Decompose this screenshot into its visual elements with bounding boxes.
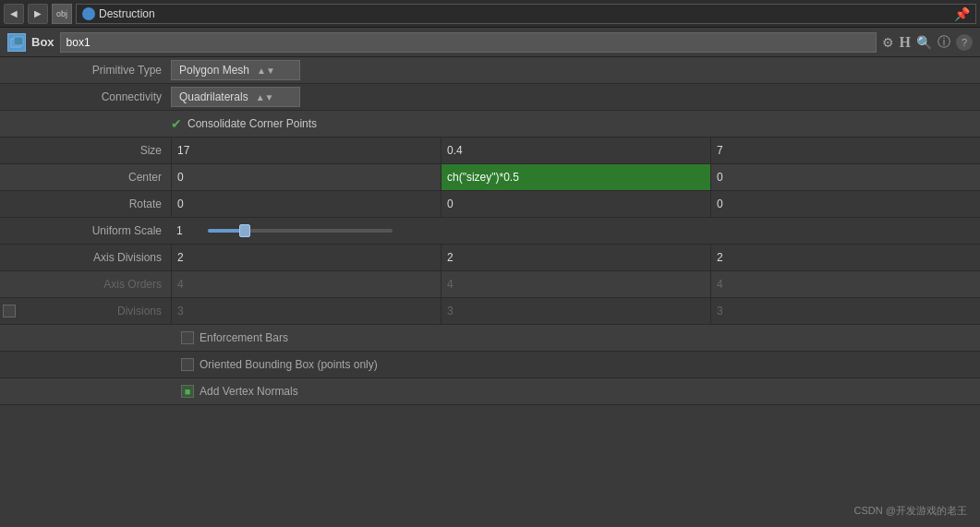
center-x-value: 0 [177, 171, 184, 184]
size-values: 17 0.4 7 [171, 138, 980, 163]
axis-orders-row: Axis Orders 4 4 4 [0, 271, 980, 298]
connectivity-value: Quadrilaterals [179, 90, 248, 103]
consolidate-row: ✔ Consolidate Corner Points [0, 111, 980, 138]
path-node: Destruction [82, 7, 155, 20]
add-vertex-normals-row: ■ Add Vertex Normals [0, 378, 980, 405]
primitive-type-label: Primitive Type [0, 64, 171, 77]
slider-thumb[interactable] [239, 224, 250, 237]
consolidate-checkmark[interactable]: ✔ [171, 116, 182, 131]
axis-ord-x-cell[interactable]: 4 [171, 271, 441, 297]
divisions-checkbox[interactable] [3, 305, 16, 317]
axis-divisions-label: Axis Divisions [0, 245, 171, 270]
div-z-cell[interactable]: 3 [710, 298, 980, 324]
rotate-label: Rotate [0, 191, 171, 217]
rotate-y-value: 0 [447, 198, 454, 210]
axis-div-y-cell[interactable]: 2 [441, 245, 710, 270]
forward-button[interactable]: ▶ [28, 4, 48, 24]
divisions-label: Divisions [18, 298, 171, 324]
size-x-cell[interactable]: 17 [171, 138, 441, 163]
oriented-bounding-box-row: Oriented Bounding Box (points only) [0, 352, 980, 378]
watermark: CSDN @开发游戏的老王 [854, 504, 967, 518]
axis-ord-z-cell[interactable]: 4 [710, 271, 980, 297]
center-values: 0 ch("sizey")*0.5 0 [171, 164, 980, 190]
vertex-normals-checkbox[interactable]: ■ [181, 385, 194, 398]
rotate-x-cell[interactable]: 0 [171, 191, 441, 217]
connectivity-dropdown[interactable]: Quadrilaterals ▲▼ [171, 87, 300, 107]
oriented-bb-checkbox[interactable] [181, 358, 194, 371]
axis-orders-values: 4 4 4 [171, 271, 980, 297]
gear-icon[interactable]: ⚙ [882, 35, 894, 50]
axis-div-y-value: 2 [447, 251, 454, 264]
size-z-cell[interactable]: 7 [710, 138, 980, 163]
primitive-type-dropdown[interactable]: Polygon Mesh ▲▼ [171, 60, 300, 80]
rotate-x-value: 0 [177, 198, 184, 210]
svg-rect-1 [14, 37, 23, 45]
size-label: Size [0, 138, 171, 163]
oriented-bb-label: Oriented Bounding Box (points only) [200, 358, 378, 371]
divisions-left-check-area [0, 305, 18, 317]
header-row: Box ⚙ H 🔍 ⓘ ? [0, 28, 980, 57]
rotate-z-value: 0 [717, 198, 723, 210]
uniform-scale-value: 1 [176, 224, 204, 237]
uniform-scale-label: Uniform Scale [0, 224, 171, 237]
axis-orders-label: Axis Orders [0, 271, 171, 297]
div-x-cell[interactable]: 3 [171, 298, 441, 324]
divisions-row: Divisions 3 3 3 [0, 298, 980, 325]
node-type-icon [7, 33, 26, 52]
axis-ord-x-value: 4 [177, 278, 184, 291]
path-node-label: Destruction [99, 7, 155, 20]
axis-div-z-value: 2 [717, 251, 723, 264]
path-display: Destruction 📌 [76, 4, 976, 24]
div-y-cell[interactable]: 3 [441, 298, 710, 324]
connectivity-label: Connectivity [0, 90, 171, 103]
rotate-row: Rotate 0 0 0 [0, 191, 980, 218]
center-x-cell[interactable]: 0 [171, 164, 441, 190]
uniform-scale-slider[interactable] [208, 229, 393, 233]
uniform-scale-row: Uniform Scale 1 [0, 218, 980, 245]
center-label: Center [0, 164, 171, 190]
div-x-value: 3 [177, 305, 184, 317]
rotate-values: 0 0 0 [171, 191, 980, 217]
info-icon[interactable]: ⓘ [938, 34, 950, 51]
center-row: Center 0 ch("sizey")*0.5 0 [0, 164, 980, 191]
top-toolbar: ◀ ▶ obj Destruction 📌 [0, 0, 980, 28]
axis-div-z-cell[interactable]: 2 [710, 245, 980, 270]
enforcement-bars-label: Enforcement Bars [200, 331, 288, 344]
axis-ord-y-value: 4 [447, 278, 454, 291]
consolidate-label: Consolidate Corner Points [188, 117, 317, 130]
div-y-value: 3 [447, 305, 454, 317]
node-type-label: Box [31, 35, 54, 49]
axis-div-x-cell[interactable]: 2 [171, 245, 441, 270]
rotate-z-cell[interactable]: 0 [710, 191, 980, 217]
primitive-type-row: Primitive Type Polygon Mesh ▲▼ [0, 57, 980, 84]
main-content: Primitive Type Polygon Mesh ▲▼ Connectiv… [0, 57, 980, 527]
center-z-value: 0 [717, 171, 723, 184]
vertex-normals-label: Add Vertex Normals [200, 385, 298, 398]
axis-ord-z-value: 4 [717, 278, 723, 291]
pin-button[interactable]: 📌 [954, 6, 970, 21]
primitive-type-value: Polygon Mesh [179, 64, 249, 77]
rotate-y-cell[interactable]: 0 [441, 191, 710, 217]
size-y-value: 0.4 [447, 144, 463, 157]
primitive-type-arrow: ▲▼ [257, 66, 275, 76]
center-z-cell[interactable]: 0 [710, 164, 980, 190]
enforcement-bars-checkbox[interactable] [181, 331, 194, 344]
size-y-cell[interactable]: 0.4 [441, 138, 710, 163]
axis-ord-y-cell[interactable]: 4 [441, 271, 710, 297]
connectivity-arrow: ▲▼ [256, 92, 274, 102]
axis-divisions-row: Axis Divisions 2 2 2 [0, 245, 980, 271]
help-icon[interactable]: ? [956, 34, 973, 51]
center-y-value: ch("sizey")*0.5 [447, 171, 519, 184]
axis-div-x-value: 2 [177, 251, 184, 264]
node-icon: obj [52, 4, 72, 24]
center-y-cell[interactable]: ch("sizey")*0.5 [441, 164, 710, 190]
back-button[interactable]: ◀ [4, 4, 24, 24]
node-name-input[interactable] [60, 32, 877, 53]
h-icon[interactable]: H [900, 34, 911, 51]
search-icon[interactable]: 🔍 [916, 35, 932, 50]
path-node-icon [82, 7, 95, 20]
size-row: Size 17 0.4 7 [0, 138, 980, 164]
uniform-scale-content: 1 [171, 218, 980, 244]
size-x-value: 17 [177, 144, 189, 157]
axis-divisions-values: 2 2 2 [171, 245, 980, 270]
